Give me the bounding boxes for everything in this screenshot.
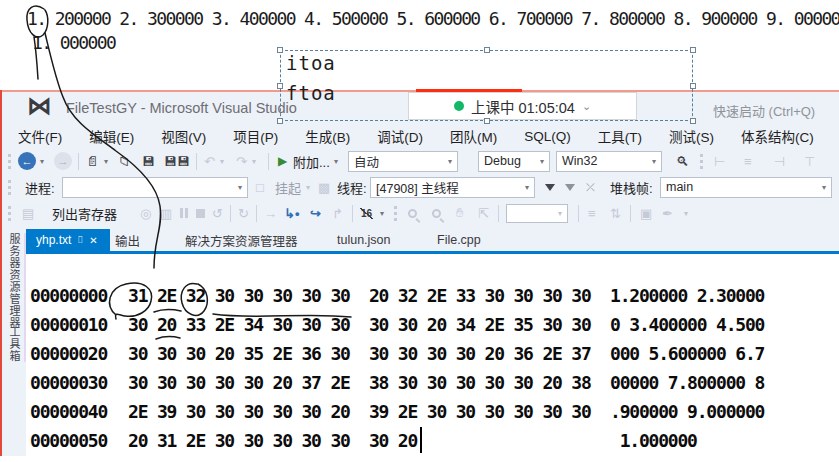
step-out-icon[interactable]: ↱: [332, 206, 343, 221]
step-into-icon[interactable]: ↳•: [284, 206, 299, 221]
process-combobox[interactable]: ▾: [62, 177, 248, 198]
chevron-down-icon: ▾: [238, 183, 242, 192]
chevron-down-icon[interactable]: ▾: [684, 209, 688, 218]
debug-auto-combobox[interactable]: 自动▾: [348, 151, 458, 172]
select-cursor-icon[interactable]: ⇱: [478, 206, 489, 221]
new-file-icon[interactable]: 📄︎: [86, 154, 99, 169]
eyedropper-icon[interactable]: ✒: [662, 206, 673, 221]
selection-handle[interactable]: [277, 83, 283, 89]
zoom-out-icon[interactable]: [432, 209, 441, 218]
stop-debug-icon[interactable]: [196, 209, 205, 218]
chevron-down-icon[interactable]: ▾: [380, 209, 384, 218]
tab-output[interactable]: 输出: [115, 229, 140, 251]
open-file-icon[interactable]: 📁︎: [118, 154, 131, 169]
selection-handle[interactable]: [690, 118, 696, 124]
sidebar-item-server-explorer[interactable]: 服务器资源管理器: [6, 233, 26, 329]
menu-test[interactable]: 测试(S): [669, 126, 714, 146]
breakpoints-icon[interactable]: ◎: [140, 206, 151, 221]
menu-edit[interactable]: 编辑(E): [89, 126, 134, 146]
step-over-icon[interactable]: ↪: [310, 206, 321, 221]
immediate-window-icon[interactable]: ▥: [160, 206, 172, 221]
menu-sql[interactable]: SQL(Q): [524, 129, 571, 144]
zoom-level-combobox[interactable]: ▾: [506, 204, 568, 223]
navigate-back-icon[interactable]: ←: [18, 152, 36, 170]
selection-box[interactable]: itoa ftoa: [280, 50, 693, 121]
chevron-down-icon[interactable]: ▾: [334, 157, 338, 166]
toolbar-grip[interactable]: [8, 180, 11, 195]
chevron-down-icon[interactable]: ▾: [40, 157, 44, 166]
registers-window-icon[interactable]: ▤: [22, 206, 34, 221]
align-left-icon[interactable]: ≡: [588, 206, 596, 221]
filter-threads-icon[interactable]: [545, 184, 555, 191]
save-all-icon[interactable]: 💾︎💾︎: [164, 154, 190, 169]
find-in-files-icon[interactable]: 🔍︎: [676, 154, 689, 169]
sidebar-item-toolbox[interactable]: 工具箱: [6, 326, 26, 362]
tab-yhp-txt[interactable]: yhp.txt ⌷ ✕: [26, 229, 110, 251]
menu-build[interactable]: 生成(B): [305, 126, 350, 146]
pan-hand-icon[interactable]: ✋︎: [456, 205, 463, 221]
selection-handle[interactable]: [277, 47, 283, 53]
toolbar-grip[interactable]: [8, 206, 11, 221]
zoom-in-icon[interactable]: [408, 209, 417, 218]
run-to-cursor-icon[interactable]: →: [264, 206, 277, 221]
stack-frame-combobox[interactable]: main▾: [660, 177, 832, 198]
toolbar-misc-icon[interactable]: ⊣: [774, 154, 785, 169]
hex-address: 00000010: [30, 314, 107, 335]
chevron-down-icon: ▾: [540, 157, 544, 166]
selection-handle[interactable]: [484, 47, 490, 53]
selection-handle[interactable]: [277, 118, 283, 124]
attach-debugger-play-icon[interactable]: ▶: [278, 154, 287, 168]
menu-project[interactable]: 项目(P): [233, 126, 278, 146]
toolbar-misc-icon[interactable]: ⊤: [804, 154, 815, 169]
undo-icon[interactable]: ↶: [204, 154, 215, 169]
toolbar-grip[interactable]: [8, 154, 11, 169]
navigate-forward-icon[interactable]: →: [54, 152, 72, 170]
selection-handle[interactable]: [484, 118, 490, 124]
pin-icon[interactable]: ⌷: [77, 234, 83, 246]
chevron-down-icon: ▾: [558, 209, 562, 218]
redo-icon[interactable]: ↷: [236, 154, 247, 169]
flag-threads-icon[interactable]: ⤫: [586, 181, 595, 194]
process-snapshot-icon[interactable]: □: [256, 180, 264, 195]
solution-configuration-combobox[interactable]: Debug▾: [478, 151, 550, 172]
menu-file[interactable]: 文件(F): [18, 126, 62, 146]
toolbar-misc-icon[interactable]: ≡: [744, 154, 752, 169]
standard-toolbar: ← ▾ → 📄︎ ▾ 📁︎ 💾︎ 💾︎💾︎ ↶ ▾ ↷ ▾ ▶ 附加... ▾ …: [0, 148, 839, 174]
menu-team[interactable]: 团队(M): [450, 126, 497, 146]
restart-icon[interactable]: ↺: [212, 206, 223, 221]
menu-tools[interactable]: 工具(T): [598, 126, 642, 146]
toolbar-separator: [230, 205, 231, 222]
attach-debugger-button[interactable]: 附加...: [293, 152, 330, 171]
suspend-button[interactable]: 挂起: [275, 178, 301, 197]
chevron-down-icon[interactable]: ▾: [104, 157, 108, 166]
thread-combobox[interactable]: [47908] 主线程▾: [370, 177, 535, 198]
hex-row: 00000040 2E 39 30 30 30 30 30 20 39 2E 3…: [30, 398, 820, 427]
solution-platform-combobox[interactable]: Win32▾: [556, 151, 662, 172]
menu-architecture[interactable]: 体系结构(C): [741, 126, 814, 146]
pause-icon[interactable]: [180, 208, 188, 218]
chevron-down-icon[interactable]: ▾: [306, 183, 310, 192]
tab-file-cpp[interactable]: File.cpp: [437, 229, 481, 251]
menu-debug[interactable]: 调试(D): [377, 126, 423, 146]
cancel-filter-icon[interactable]: [565, 184, 575, 191]
tab-solution-explorer[interactable]: 解决方案资源管理器: [185, 229, 298, 251]
toolbar-misc-icon[interactable]: ⊢: [714, 154, 725, 169]
hex-display-toggle-icon[interactable]: 16: [360, 208, 373, 219]
selection-handle[interactable]: [690, 47, 696, 53]
color-picker-icon[interactable]: ▣: [640, 206, 652, 221]
chevron-down-icon[interactable]: ▾: [252, 157, 256, 166]
close-icon[interactable]: ✕: [89, 235, 97, 246]
save-icon[interactable]: 💾︎: [142, 154, 155, 169]
chevron-down-icon[interactable]: ▾: [220, 157, 224, 166]
quick-launch[interactable]: 快速启动 (Ctrl+Q): [713, 101, 815, 120]
list-registers-button[interactable]: 列出寄存器: [52, 204, 117, 223]
toolbar-separator: [498, 205, 499, 222]
menu-view[interactable]: 视图(V): [161, 126, 206, 146]
show-next-statement-icon[interactable]: ↻: [238, 206, 249, 221]
tab-tulun-json[interactable]: tulun.json: [337, 229, 391, 251]
sync-view-icon[interactable]: ⇅: [610, 206, 621, 221]
toolbar-grip[interactable]: [394, 206, 397, 221]
selection-handle[interactable]: [690, 83, 696, 89]
hex-ascii: 00000 7.800000 8: [610, 372, 764, 393]
toolbar-grip[interactable]: [700, 154, 703, 169]
